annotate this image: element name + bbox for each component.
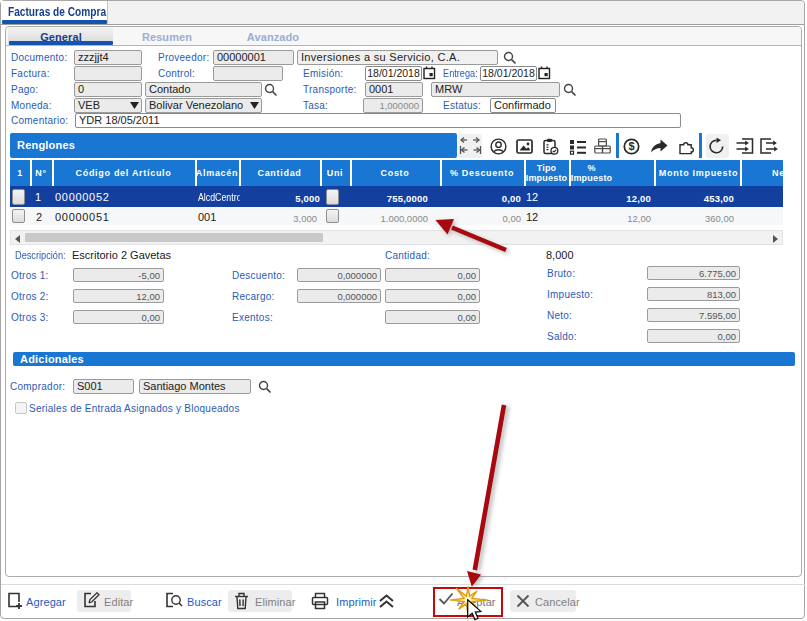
svg-text:$: $	[628, 140, 634, 152]
